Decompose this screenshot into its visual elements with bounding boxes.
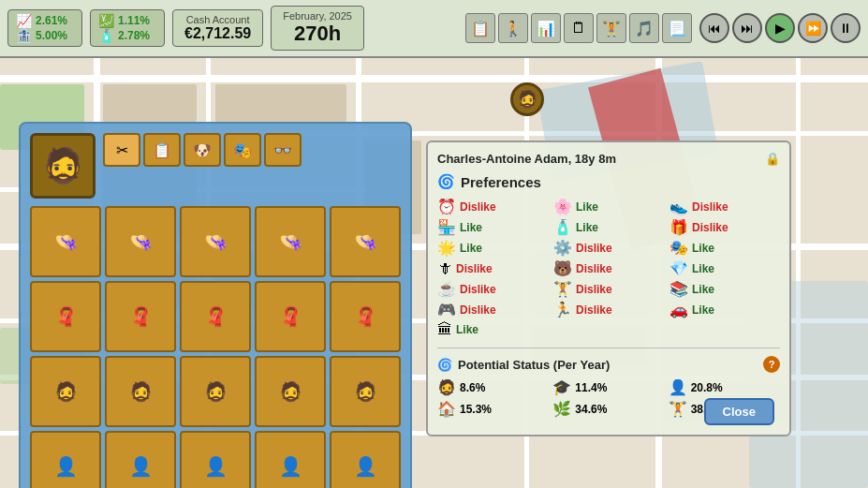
wardrobe-item[interactable]: 🧔 xyxy=(330,356,401,427)
pref-sentiment-12: Dislike xyxy=(576,283,612,296)
character-panel: Charles-Antoine Adam, 18y 8m 🔒 🌀 Prefere… xyxy=(426,140,791,436)
wardrobe-item[interactable]: 👒 xyxy=(105,206,176,277)
prev-button[interactable]: ⏮ xyxy=(699,13,729,43)
wardrobe-item[interactable]: 👒 xyxy=(30,206,101,277)
pref-icon-17: 🏛 xyxy=(437,321,452,338)
pref-item-15: 🏃 Dislike xyxy=(553,301,664,318)
pref-icon-5: 🎁 xyxy=(669,218,688,236)
pref-sentiment-13: Like xyxy=(692,283,714,296)
wardrobe-item[interactable]: 🧣 xyxy=(330,281,401,352)
potential-icon-4: 🌿 xyxy=(552,400,571,418)
wardrobe-tab-mask[interactable]: 🎭 xyxy=(224,133,261,167)
wardrobe-item[interactable]: 👤 xyxy=(255,431,326,488)
wardrobe-item[interactable]: 🧔 xyxy=(30,356,101,427)
toolbar-list[interactable]: 📃 xyxy=(662,13,692,43)
cash-block: Cash Account €2,712.59 xyxy=(172,9,263,47)
pref-item-0: ⏰ Dislike xyxy=(437,198,548,215)
pref-item-9: 🐻 Dislike xyxy=(553,259,664,277)
pref-item-6: ⚙️ Dislike xyxy=(553,239,664,257)
pref-sentiment-4: Like xyxy=(576,221,598,234)
wardrobe-item[interactable]: 🧣 xyxy=(30,281,101,352)
pref-sentiment-8: Dislike xyxy=(456,262,493,275)
wardrobe-item[interactable]: 👒 xyxy=(255,206,326,277)
wardrobe-item[interactable]: 👒 xyxy=(180,206,251,277)
potential-icon-2: 👤 xyxy=(669,378,687,396)
wardrobe-item[interactable]: 👒 xyxy=(330,206,401,277)
pref-icon-3: 🏪 xyxy=(437,218,456,236)
potential-item-1: 🎓 11.4% xyxy=(552,378,664,396)
wardrobe-item[interactable]: 🧣 xyxy=(180,281,251,352)
wardrobe-item[interactable]: 🧣 xyxy=(255,281,326,352)
pref-sentiment-0: Dislike xyxy=(460,200,496,214)
potential-value-2: 20.8% xyxy=(691,381,723,394)
toolbar-notes[interactable]: 🗒 xyxy=(564,13,594,43)
pref-sentiment-9: Dislike xyxy=(576,262,612,275)
pref-sentiment-6: Dislike xyxy=(576,242,612,255)
preferences-icon: 🌀 xyxy=(437,173,455,190)
potential-item-0: 🧔 8.6% xyxy=(437,378,549,396)
lotion-icon: 🧴 xyxy=(98,28,114,43)
pref-icon-4: 🧴 xyxy=(553,218,572,236)
play-button[interactable]: ▶ xyxy=(765,13,795,43)
wardrobe-item[interactable]: 👤 xyxy=(330,431,401,488)
stat1-val: 2.61% xyxy=(36,14,67,27)
fast-forward-button[interactable]: ⏩ xyxy=(798,13,828,43)
pref-item-10: 💎 Like xyxy=(669,259,780,277)
wardrobe-tab-dog[interactable]: 🐶 xyxy=(184,133,221,167)
wardrobe-item[interactable]: 👤 xyxy=(105,431,176,488)
character-map-pin[interactable]: 🧔 xyxy=(510,82,544,116)
pref-item-13: 📚 Like xyxy=(669,280,780,298)
wardrobe-tab-clipboard[interactable]: 📋 xyxy=(143,133,181,167)
pref-sentiment-1: Like xyxy=(576,200,598,214)
pref-item-3: 🏪 Like xyxy=(437,218,548,236)
preferences-grid: ⏰ Dislike 🌸 Like 👟 Dislike 🏪 Like 🧴 Like… xyxy=(437,198,780,338)
wardrobe-item[interactable]: 🧔 xyxy=(255,356,326,427)
date-label: February, 2025 xyxy=(283,10,352,22)
avatar: 🧔 xyxy=(30,133,96,199)
potential-icon-0: 🧔 xyxy=(437,378,456,396)
wardrobe-item[interactable]: 🧔 xyxy=(180,356,251,427)
potential-title: 🌀 Potential Status (Per Year) ? xyxy=(437,356,780,373)
toolbar-gym[interactable]: 🏋 xyxy=(596,13,626,43)
wardrobe-panel: 🧔 ✂ 📋 🐶 🎭 👓 👒 👒 👒 👒 👒 🧣 🧣 🧣 🧣 🧣 🧔 🧔 🧔 🧔 … xyxy=(19,122,412,488)
potential-icon-1: 🎓 xyxy=(552,378,571,396)
wardrobe-item[interactable]: 👤 xyxy=(180,431,251,488)
potential-icon-3: 🏠 xyxy=(437,400,456,418)
pref-sentiment-14: Dislike xyxy=(460,303,496,317)
pref-icon-18: 🌟 xyxy=(437,239,456,257)
rewind-button[interactable]: ⏭ xyxy=(732,13,762,43)
pref-item-18: 🌟 Like xyxy=(437,239,548,257)
toolbar-person[interactable]: 🚶 xyxy=(498,13,528,43)
toolbar-clipboard[interactable]: 📋 xyxy=(465,13,495,43)
toolbar-chart[interactable]: 📊 xyxy=(531,13,561,43)
pref-icon-10: 💎 xyxy=(669,259,688,277)
avatar-area: 🧔 ✂ 📋 🐶 🎭 👓 xyxy=(30,133,401,199)
potential-value-0: 8.6% xyxy=(460,381,485,394)
wardrobe-tab-scissors[interactable]: ✂ xyxy=(103,133,140,167)
wardrobe-item[interactable]: 🧣 xyxy=(105,281,176,352)
pref-sentiment-5: Dislike xyxy=(692,221,728,234)
wardrobe-item[interactable]: 👤 xyxy=(30,431,101,488)
wardrobe-item[interactable]: 🧔 xyxy=(105,356,176,427)
stat-block-1: 📈 2.61% 🏦 5.00% xyxy=(7,9,82,47)
pref-icon-2: 👟 xyxy=(669,198,688,215)
wardrobe-tab-glasses[interactable]: 👓 xyxy=(264,133,302,167)
pref-sentiment-7: Like xyxy=(692,242,714,255)
pref-sentiment-16: Like xyxy=(692,303,714,317)
trend-up-icon: 📈 xyxy=(16,13,32,28)
pref-item-11: ☕ Dislike xyxy=(437,280,548,298)
top-bar: 📈 2.61% 🏦 5.00% 💹 1.11% 🧴 2.78% Cash Acc… xyxy=(0,0,868,58)
toolbar-music[interactable]: 🎵 xyxy=(629,13,659,43)
pref-sentiment-17: Like xyxy=(456,323,478,336)
character-name: Charles-Antoine Adam, 18y 8m xyxy=(437,152,616,166)
pref-item-17: 🏛 Like xyxy=(437,321,548,338)
pause-button[interactable]: ⏸ xyxy=(831,13,861,43)
potential-value-4: 34.6% xyxy=(575,403,607,416)
transport-controls: ⏮ ⏭ ▶ ⏩ ⏸ xyxy=(699,13,861,43)
pref-icon-0: ⏰ xyxy=(437,198,456,215)
bank-icon: 🏦 xyxy=(16,28,32,43)
cash-label: Cash Account xyxy=(184,14,251,25)
lock-icon: 🔒 xyxy=(765,152,780,166)
close-button[interactable]: Close xyxy=(704,398,774,425)
potential-help-icon[interactable]: ? xyxy=(763,356,780,373)
